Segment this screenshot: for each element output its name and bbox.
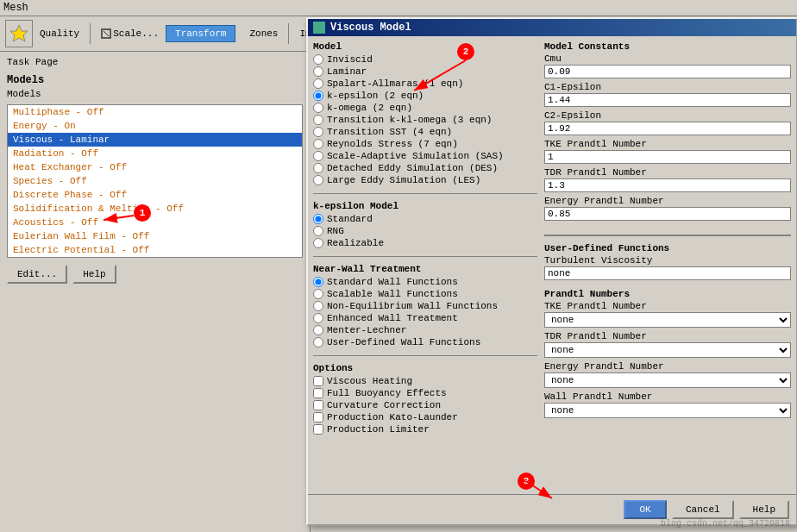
list-item-multiphase[interactable]: Multiphase - Off xyxy=(8,105,302,119)
tke-prandtl-input[interactable] xyxy=(544,150,791,164)
models-list: Multiphase - Off Energy - On Viscous - L… xyxy=(7,104,303,258)
radio-scalable-wall[interactable]: Scalable Wall Functions xyxy=(313,288,537,300)
field-c2epsilon: C2-Epsilon xyxy=(544,110,791,135)
separator1 xyxy=(313,193,537,194)
help-button-left[interactable]: Help xyxy=(72,265,116,284)
tke-prandtl-label: TKE Prandtl Number xyxy=(544,139,791,149)
prandtl-tdr-select[interactable]: none xyxy=(544,342,791,358)
list-item-energy[interactable]: Energy - On xyxy=(8,119,302,133)
cmu-label: Cmu xyxy=(544,53,791,64)
field-tdr-prandtl: TDR Prandtl Number xyxy=(544,167,791,192)
toolbar-separator xyxy=(90,23,91,44)
radio-standard[interactable]: Standard xyxy=(313,213,537,225)
cancel-button[interactable]: Cancel xyxy=(672,500,734,519)
radio-transition-kkl[interactable]: Transition k-kl-omega (3 eqn) xyxy=(313,114,537,126)
list-item-viscous[interactable]: Viscous - Laminar xyxy=(8,133,302,147)
star-icon xyxy=(9,23,29,44)
checkbox-kato-launder[interactable]: Production Kato-Launder xyxy=(313,411,537,423)
udf-section-title: User-Defined Functions xyxy=(544,243,791,253)
radio-les[interactable]: Large Eddy Simulation (LES) xyxy=(313,174,537,186)
radio-realizable[interactable]: Realizable xyxy=(313,237,537,249)
list-item-heat-exchanger[interactable]: Heat Exchanger - Off xyxy=(8,160,302,174)
radio-sas[interactable]: Scale-Adaptive Simulation (SAS) xyxy=(313,150,537,162)
radio-reynolds[interactable]: Reynolds Stress (7 eqn) xyxy=(313,138,537,150)
field-energy-prandtl: Energy Prandtl Number xyxy=(544,196,791,221)
field-cmu: Cmu xyxy=(544,53,791,78)
c2epsilon-label: C2-Epsilon xyxy=(544,110,791,121)
radio-komega[interactable]: k-omega (2 eqn) xyxy=(313,102,537,114)
dialog-title: Viscous Model xyxy=(330,22,411,34)
k-epsilon-title: k-epsilon Model xyxy=(313,201,537,211)
ok-button[interactable]: OK xyxy=(624,500,667,519)
separator3 xyxy=(313,355,537,356)
model-constants-title: Model Constants xyxy=(544,41,791,52)
field-prandtl-tdr: TDR Prandtl Number none xyxy=(544,331,791,358)
main-background: Mesh Quality Scale... Transform Zones Im… xyxy=(0,0,797,532)
checkbox-full-buoyancy[interactable]: Full Buoyancy Effects xyxy=(313,387,537,399)
udf-section: User-Defined Functions Turbulent Viscosi… xyxy=(544,243,791,284)
radio-inviscid[interactable]: Inviscid xyxy=(313,53,537,66)
separator2 xyxy=(313,256,537,257)
c1epsilon-input[interactable] xyxy=(544,93,791,107)
checkbox-viscous-heating[interactable]: Viscous Heating xyxy=(313,375,537,387)
field-tke-prandtl: TKE Prandtl Number xyxy=(544,139,791,164)
menu-mesh[interactable]: Mesh xyxy=(3,2,28,14)
field-turbulent-viscosity: Turbulent Viscosity xyxy=(544,255,791,280)
menu-bar: Mesh xyxy=(0,0,797,16)
radio-spalart[interactable]: Spalart-Allmaras (1 eqn) xyxy=(313,78,537,90)
turbulent-viscosity-input[interactable] xyxy=(544,266,791,280)
list-item-radiation[interactable]: Radiation - Off xyxy=(8,147,302,160)
near-wall-title: Near-Wall Treatment xyxy=(313,264,537,274)
tdr-prandtl-input[interactable] xyxy=(544,178,791,192)
dialog-titlebar: Viscous Model xyxy=(308,19,796,36)
cmu-input[interactable] xyxy=(544,65,791,78)
radio-udf-wall[interactable]: User-Defined Wall Functions xyxy=(313,336,537,348)
tdr-prandtl-label: TDR Prandtl Number xyxy=(544,167,791,178)
help-button-dialog[interactable]: Help xyxy=(739,500,789,519)
quality-label: Quality xyxy=(40,28,79,39)
radio-menter[interactable]: Menter-Lechner xyxy=(313,324,537,336)
toolbar-separator2 xyxy=(288,23,289,44)
list-item-solidification[interactable]: Solidification & Melting - Off xyxy=(8,202,302,216)
field-prandtl-energy: Energy Prandtl Number none xyxy=(544,361,791,388)
radio-rng[interactable]: RNG xyxy=(313,225,537,237)
list-item-discrete-phase[interactable]: Discrete Phase - Off xyxy=(8,188,302,202)
list-item-species[interactable]: Species - Off xyxy=(8,174,302,188)
field-c1epsilon: C1-Epsilon xyxy=(544,82,791,107)
radio-kepsilon[interactable]: k-epsilon (2 eqn) xyxy=(313,90,537,102)
radio-non-equil-wall[interactable]: Non-Equilibrium Wall Functions xyxy=(313,300,537,312)
prandtl-wall-label: Wall Prandtl Number xyxy=(544,391,791,402)
list-item-eulerian[interactable]: Eulerian Wall Film - Off xyxy=(8,229,302,243)
toolbar-scale-btn[interactable]: Scale... xyxy=(101,28,159,39)
near-wall-section: Near-Wall Treatment Standard Wall Functi… xyxy=(313,264,537,348)
options-title: Options xyxy=(313,363,537,373)
left-buttons: Edit... Help xyxy=(3,260,306,289)
radio-standard-wall[interactable]: Standard Wall Functions xyxy=(313,276,537,288)
scale-icon xyxy=(101,28,111,39)
radio-transition-sst[interactable]: Transition SST (4 eqn) xyxy=(313,126,537,138)
checkbox-production-limiter[interactable]: Production Limiter xyxy=(313,423,537,435)
prandtl-tdr-label: TDR Prandtl Number xyxy=(544,331,791,341)
list-item-acoustics[interactable]: Acoustics - Off xyxy=(8,216,302,229)
prandtl-tke-select[interactable]: none xyxy=(544,312,791,328)
c2epsilon-input[interactable] xyxy=(544,122,791,135)
prandtl-wall-select[interactable]: none xyxy=(544,403,791,418)
dialog-left-column: Model Inviscid Laminar Spalart-Allmaras … xyxy=(313,41,537,489)
model-section-title: Model xyxy=(313,41,537,52)
prandtl-energy-select[interactable]: none xyxy=(544,372,791,388)
toolbar-quality-icon[interactable] xyxy=(5,20,33,47)
list-item-electric[interactable]: Electric Potential - Off xyxy=(8,243,302,257)
radio-laminar[interactable]: Laminar xyxy=(313,66,537,78)
edit-button[interactable]: Edit... xyxy=(7,265,67,284)
energy-prandtl-input[interactable] xyxy=(544,207,791,221)
models-subtitle: Models xyxy=(3,88,306,103)
model-section: Model Inviscid Laminar Spalart-Allmaras … xyxy=(313,41,537,186)
viscous-model-dialog: Viscous Model Model Inviscid Laminar Spa… xyxy=(306,17,797,526)
turbulent-viscosity-label: Turbulent Viscosity xyxy=(544,255,791,266)
radio-enhanced-wall[interactable]: Enhanced Wall Treatment xyxy=(313,312,537,324)
checkbox-curvature[interactable]: Curvature Correction xyxy=(313,399,537,411)
task-page-label: Task Page xyxy=(3,55,306,69)
transform-button[interactable]: Transform xyxy=(166,25,235,42)
radio-des[interactable]: Detached Eddy Simulation (DES) xyxy=(313,162,537,174)
dialog-right-column: Model Constants Cmu C1-Epsilon C2-Epsilo… xyxy=(544,41,791,489)
